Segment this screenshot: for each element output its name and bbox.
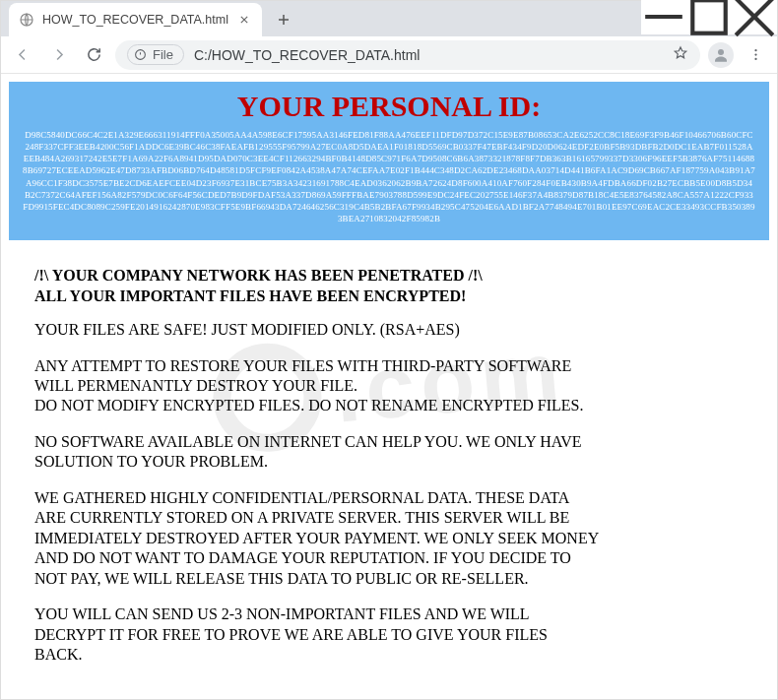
svg-rect-1 xyxy=(692,0,725,32)
note-paragraph-6: YOU WILL CAN SEND US 2-3 NON-IMPORTANT F… xyxy=(34,605,744,665)
svg-point-5 xyxy=(754,53,756,55)
browser-window: HOW_TO_RECOVER_DATA.html xyxy=(0,0,778,700)
svg-point-6 xyxy=(754,58,756,60)
new-tab-button[interactable] xyxy=(270,6,297,33)
overflow-menu-button[interactable] xyxy=(742,41,769,69)
minimize-button[interactable] xyxy=(641,0,686,34)
note-paragraph-2: YOUR FILES ARE SAFE! JUST MODIFIED ONLY.… xyxy=(34,320,744,340)
ransom-note-body: /!\ YOUR COMPANY NETWORK HAS BEEN PENETR… xyxy=(1,240,777,666)
file-chip[interactable]: File xyxy=(127,44,184,65)
page-heading: YOUR PERSONAL ID: xyxy=(15,86,763,129)
note-paragraph-4: NO SOFTWARE AVAILABLE ON INTERNET CAN HE… xyxy=(34,432,744,473)
note-paragraph-1: /!\ YOUR COMPANY NETWORK HAS BEEN PENETR… xyxy=(34,266,744,306)
url-text: C:/HOW_TO_RECOVER_DATA.html xyxy=(194,47,420,63)
close-window-button[interactable] xyxy=(732,0,777,34)
note-paragraph-5: WE GATHERED HIGHLY CONFIDENTIAL/PERSORNA… xyxy=(34,488,744,589)
close-icon[interactable] xyxy=(236,12,252,28)
back-button[interactable] xyxy=(9,41,36,69)
tab-active[interactable]: HOW_TO_RECOVER_DATA.html xyxy=(9,3,262,36)
forward-button[interactable] xyxy=(44,41,72,69)
maximize-button[interactable] xyxy=(686,0,732,34)
address-bar[interactable]: File C:/HOW_TO_RECOVER_DATA.html xyxy=(115,40,700,70)
personal-id-value: D98C5840DC66C4C2E1A329E666311914FFF0A350… xyxy=(15,129,763,224)
reload-button[interactable] xyxy=(80,41,107,69)
toolbar: File C:/HOW_TO_RECOVER_DATA.html xyxy=(1,36,777,74)
note-paragraph-3: ANY ATTEMPT TO RESTORE YOUR FILES WITH T… xyxy=(34,356,744,416)
file-chip-label: File xyxy=(153,47,173,62)
page-viewport: .com YOUR PERSONAL ID: D98C5840DC66C4C2E… xyxy=(1,74,777,699)
personal-id-card: YOUR PERSONAL ID: D98C5840DC66C4C2E1A329… xyxy=(9,82,769,240)
globe-icon xyxy=(19,12,34,28)
profile-avatar[interactable] xyxy=(708,42,734,68)
tab-strip: HOW_TO_RECOVER_DATA.html xyxy=(1,1,777,36)
svg-point-4 xyxy=(754,49,756,51)
tab-title: HOW_TO_RECOVER_DATA.html xyxy=(42,13,228,27)
svg-point-3 xyxy=(718,49,724,55)
bookmark-star-icon[interactable] xyxy=(673,45,688,64)
